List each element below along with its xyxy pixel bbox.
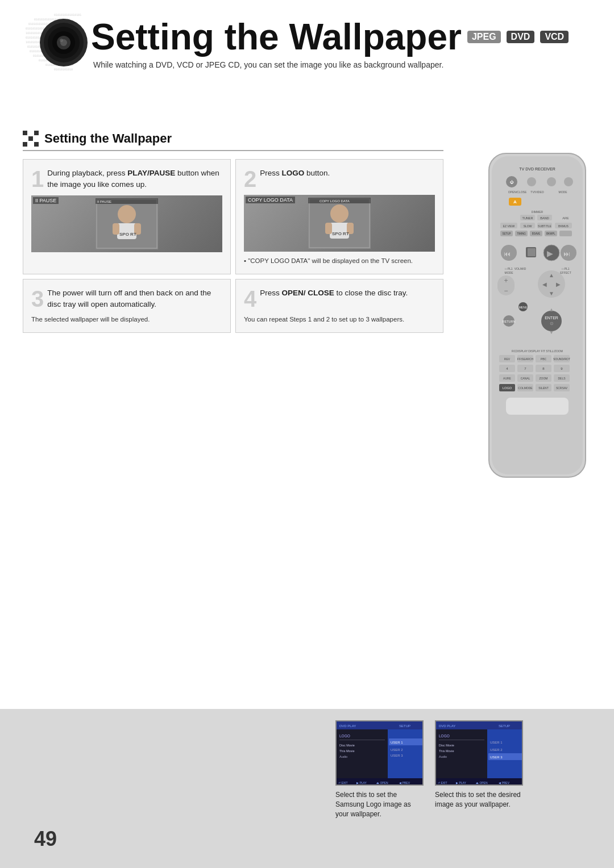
- svg-text:ENTER: ENTER: [545, 316, 558, 320]
- svg-text:▶ PLAY: ▶ PLAY: [456, 781, 466, 784]
- svg-text:TIMING: TIMING: [517, 232, 526, 235]
- svg-point-19: [60, 39, 63, 42]
- svg-text:USER 2: USER 2: [490, 748, 503, 752]
- svg-text:⏎ EXIT: ⏎ EXIT: [438, 781, 447, 784]
- svg-rect-146: [339, 740, 385, 740]
- svg-text:Audio: Audio: [439, 755, 447, 758]
- step-3-number: 3: [31, 287, 44, 310]
- svg-text:BKWPL: BKWPL: [546, 232, 555, 235]
- svg-text:⏏ OPEN: ⏏ OPEN: [476, 781, 488, 784]
- step-2-baby-svg: SPO RT COPY LOGO DATA: [308, 198, 371, 249]
- svg-text:USER 2: USER 2: [391, 748, 403, 752]
- svg-text:II PAUSE: II PAUSE: [97, 200, 111, 203]
- svg-rect-138: [506, 398, 569, 415]
- svg-text:⏮: ⏮: [504, 250, 511, 258]
- step-3-desc: The power will turn off and then back on…: [47, 287, 222, 311]
- svg-rect-160: [436, 721, 487, 786]
- svg-text:−: −: [504, 287, 508, 295]
- svg-text:PBC: PBC: [541, 357, 547, 361]
- svg-point-44: [547, 177, 556, 186]
- svg-text:SLOW: SLOW: [524, 224, 532, 228]
- svg-text:⏏ OPEN: ⏏ OPEN: [376, 781, 388, 784]
- step-2-image-label: COPY LOGO DATA: [246, 197, 295, 203]
- step-3: 3 The power will turn off and then back …: [23, 279, 231, 333]
- svg-text:COLMODE: COLMODE: [518, 386, 533, 390]
- svg-text:▼: ▼: [549, 290, 554, 297]
- svg-text:CANAL: CANAL: [521, 377, 530, 380]
- step-4-bullet: You can repeat Steps 1 and 2 to set up t…: [244, 315, 435, 324]
- svg-text:DELS: DELS: [558, 377, 566, 380]
- svg-text:SETUP: SETUP: [499, 724, 510, 728]
- svg-text:▼: ▼: [549, 329, 554, 335]
- svg-rect-24: [113, 223, 119, 235]
- svg-text:MODE: MODE: [559, 190, 568, 194]
- svg-text:TV  DVD RECEIVER: TV DVD RECEIVER: [519, 167, 555, 171]
- svg-rect-166: [439, 740, 484, 740]
- svg-text:SETUP: SETUP: [399, 724, 410, 728]
- svg-text:FF/SEARCH: FF/SEARCH: [517, 357, 534, 361]
- svg-text:SPO RT: SPO RT: [119, 232, 136, 237]
- svg-text:This Movie: This Movie: [439, 749, 454, 753]
- svg-text:SILENT: SILENT: [538, 386, 549, 390]
- svg-text:◀: ◀: [542, 281, 547, 287]
- svg-text:SOUND/ROT: SOUND/ROT: [553, 357, 570, 361]
- screen1-svg: DVD PLAY SETUP LOGO Disc Movie This Movi…: [337, 721, 424, 786]
- svg-text:LOGO: LOGO: [339, 734, 350, 738]
- main-title: Setting the Wallpaper: [91, 17, 462, 57]
- svg-text:▶ PLAY: ▶ PLAY: [356, 781, 367, 784]
- step-4-desc: Press OPEN/ CLOSE to close the disc tray…: [260, 287, 408, 299]
- svg-text:SETUP: SETUP: [502, 232, 511, 235]
- svg-rect-140: [337, 721, 388, 786]
- svg-text:BKMUS: BKMUS: [558, 224, 569, 228]
- svg-text:USER 3: USER 3: [490, 756, 503, 759]
- svg-text:⏎ EXIT: ⏎ EXIT: [338, 781, 348, 784]
- svg-text:⏻: ⏻: [510, 180, 514, 184]
- screen-preview-2-container: DVD PLAY SETUP LOGO Disc Movie This Movi…: [435, 720, 523, 809]
- svg-text:A: A: [513, 199, 517, 205]
- svg-rect-40: [492, 156, 583, 474]
- svg-text:Audio: Audio: [339, 755, 347, 758]
- step-2-bullet: • "COPY LOGO DATA" will be displayed on …: [244, 256, 435, 266]
- svg-rect-80: [528, 248, 536, 256]
- svg-text:OPEN/CLOSE: OPEN/CLOSE: [508, 190, 527, 194]
- screen2-svg: DVD PLAY SETUP LOGO Disc Movie This Movi…: [436, 721, 523, 786]
- svg-text:BSAVE: BSAVE: [532, 232, 541, 235]
- step-1-image: II PAUSE SPO RT II PAUSE: [31, 195, 222, 252]
- step-1: 1 During playback, press PLAY/PAUSE butt…: [23, 159, 231, 274]
- bottom-section: DVD PLAY SETUP LOGO Disc Movie This Movi…: [0, 709, 614, 868]
- step-2-number: 2: [244, 168, 256, 190]
- svg-text:ARE: ARE: [562, 216, 569, 220]
- svg-text:◀ PREV: ◀ PREV: [399, 781, 410, 784]
- svg-text:COPY LOGO DATA: COPY LOGO DATA: [320, 199, 350, 203]
- section-header: Setting the Wallpaper: [23, 131, 443, 151]
- svg-text:RETURN: RETURN: [503, 320, 516, 323]
- step-1-baby-svg: SPO RT II PAUSE: [96, 198, 158, 249]
- step-4-number: 4: [244, 287, 256, 310]
- svg-text:Disc Movie: Disc Movie: [439, 744, 454, 747]
- svg-text:MODE: MODE: [505, 271, 514, 274]
- svg-text:◀ PREV: ◀ PREV: [499, 781, 510, 784]
- title-area: Setting the Wallpaper JPEG DVD VCD While…: [91, 17, 591, 69]
- svg-text:□ PL1: □ PL1: [562, 267, 570, 270]
- svg-text:0101010101010101: 0101010101010101: [54, 13, 81, 16]
- svg-text:USER 3: USER 3: [391, 754, 403, 757]
- svg-text:▲: ▲: [549, 307, 554, 312]
- svg-text:▶: ▶: [556, 281, 561, 287]
- step-2-image: COPY LOGO DATA SPO RT COPY LOGO DATA: [244, 195, 435, 252]
- svg-point-22: [118, 205, 136, 223]
- header: 0101010101010101 010101010101010101010 0…: [0, 0, 614, 125]
- page-number: 49: [34, 827, 57, 851]
- svg-rect-70: [559, 231, 572, 236]
- screen-caption-2: Select this to set the desired image as …: [435, 790, 523, 809]
- svg-text:USER 1: USER 1: [490, 741, 503, 744]
- svg-text:USER 1: USER 1: [391, 741, 403, 744]
- svg-text:⏭: ⏭: [563, 250, 570, 258]
- svg-text:▶: ▶: [547, 249, 553, 258]
- svg-text:ZOOM: ZOOM: [540, 377, 548, 380]
- screen-preview-1: DVD PLAY SETUP LOGO Disc Movie This Movi…: [335, 720, 424, 786]
- svg-text:01010101010: 01010101010: [54, 68, 73, 71]
- svg-text:EFFECT: EFFECT: [560, 271, 571, 274]
- svg-text:DVD PLAY: DVD PLAY: [339, 724, 356, 728]
- svg-text:⊙: ⊙: [550, 321, 554, 326]
- svg-text:+: +: [504, 277, 508, 285]
